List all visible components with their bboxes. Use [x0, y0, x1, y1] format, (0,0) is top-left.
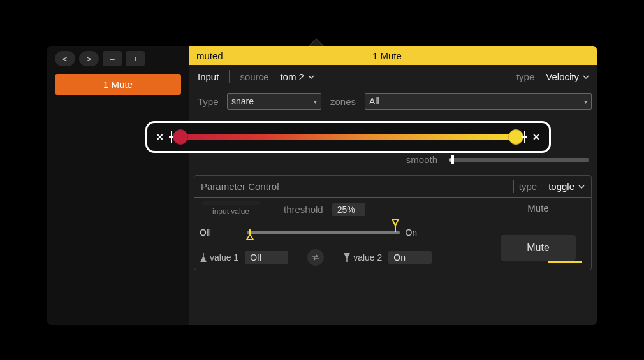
marker-up-icon: [200, 253, 207, 262]
close-icon: ✕: [532, 132, 540, 142]
toggle-range-row: Off On: [200, 227, 485, 238]
type-select-value: snare: [231, 96, 254, 106]
range-track[interactable]: [179, 134, 517, 140]
input-value-label: input value: [202, 207, 260, 216]
active-indicator: [548, 261, 582, 263]
input-row: Input source tom 2 type Velocity: [189, 65, 597, 87]
value2-field[interactable]: On: [388, 251, 432, 264]
panel-frame: < > – + 1 Mute muted 1 Mute Input source…: [47, 46, 597, 325]
param-header: Parameter Control type toggle: [194, 176, 591, 198]
panel-pointer-icon: [309, 38, 324, 46]
range-high-handle[interactable]: [508, 129, 523, 145]
range-max-tick-icon: [522, 131, 527, 143]
input-type-label: type: [513, 69, 538, 85]
zones-select[interactable]: All ▾: [365, 93, 592, 110]
input-range-slider[interactable]: ✕ ✕: [145, 121, 551, 153]
threshold-value[interactable]: 25%: [332, 203, 365, 216]
param-left-column: input value threshold 25% Off: [200, 201, 485, 266]
toggle-on-label: On: [405, 227, 417, 238]
threshold-label: threshold: [280, 201, 327, 217]
value2-label: value 2: [343, 252, 382, 263]
sidebar-nav: < > – +: [52, 51, 184, 66]
param-title: Parameter Control: [198, 180, 512, 193]
sidebar-tab-active[interactable]: 1 Mute: [55, 74, 181, 95]
input-value-indicator: input value: [202, 201, 260, 216]
close-icon: ✕: [156, 132, 164, 142]
status-label: muted: [196, 50, 223, 61]
toggle-low-marker[interactable]: [245, 229, 254, 240]
nav-add-button[interactable]: +: [126, 51, 145, 66]
chevron-down-icon: [578, 184, 585, 190]
param-type-label: type: [515, 178, 541, 194]
nav-next-button[interactable]: >: [79, 51, 99, 66]
nav-remove-button[interactable]: –: [103, 51, 122, 66]
input-type-value: Velocity: [546, 71, 579, 82]
nav-prev-button[interactable]: <: [55, 51, 75, 66]
smooth-label: smooth: [402, 152, 441, 168]
panel-title: 1 Mute: [223, 50, 551, 61]
toggle-high-marker[interactable]: [391, 219, 400, 232]
chevron-down-icon: [583, 74, 589, 80]
mute-button[interactable]: Mute: [501, 235, 576, 261]
type-select[interactable]: snare ▾: [227, 93, 321, 110]
sidebar: < > – + 1 Mute: [47, 46, 189, 325]
smooth-slider[interactable]: [449, 158, 589, 162]
parameter-control-section: Parameter Control type toggle input val: [194, 175, 592, 270]
input-label: Input: [194, 69, 223, 85]
swap-icon: [311, 253, 320, 262]
source-dropdown[interactable]: tom 2: [277, 70, 317, 83]
type-label: Type: [194, 94, 222, 110]
toggle-off-label: Off: [200, 227, 211, 238]
values-row: value 1 Off value: [200, 249, 485, 266]
select-arrow-icon: ▾: [584, 98, 587, 105]
zones-label: zones: [326, 94, 360, 110]
swap-values-button[interactable]: [307, 249, 324, 266]
output-label: Mute: [527, 203, 548, 213]
main-panel: muted 1 Mute Input source tom 2 type Vel…: [189, 46, 597, 325]
toggle-range-slider[interactable]: [247, 231, 400, 234]
chevron-down-icon: [308, 74, 314, 80]
source-label: source: [236, 69, 272, 85]
input-type-dropdown[interactable]: Velocity: [543, 70, 592, 83]
marker-up-icon: [245, 229, 254, 240]
value1-field[interactable]: Off: [245, 251, 288, 264]
range-low-handle[interactable]: [173, 129, 188, 145]
type-row: Type snare ▾ zones All ▾: [189, 90, 597, 112]
source-value: tom 2: [280, 71, 304, 82]
marker-down-icon: [391, 219, 400, 232]
param-type-value: toggle: [548, 181, 574, 192]
param-type-dropdown[interactable]: toggle: [546, 180, 587, 193]
value1-label: value 1: [200, 252, 238, 263]
marker-down-icon: [343, 253, 351, 262]
param-right-column: Mute Mute: [490, 201, 586, 266]
title-bar: muted 1 Mute: [189, 46, 597, 65]
select-arrow-icon: ▾: [314, 98, 317, 105]
zones-select-value: All: [369, 96, 379, 106]
smooth-slider-handle[interactable]: [451, 155, 454, 164]
